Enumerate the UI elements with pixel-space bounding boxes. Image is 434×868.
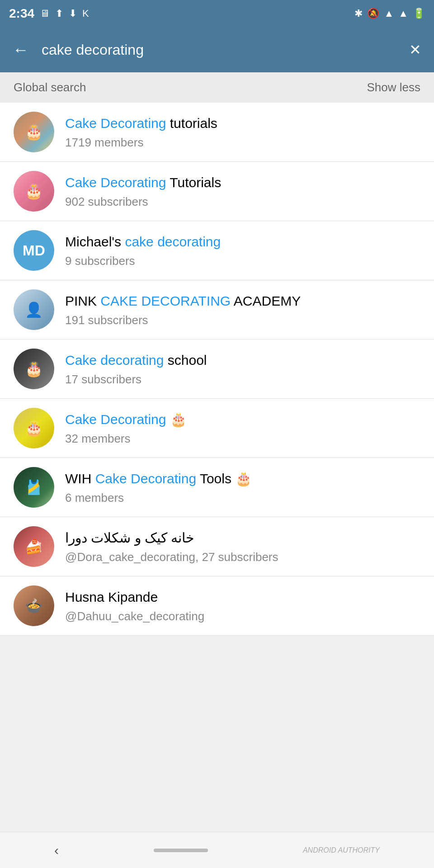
result-title: WIH Cake Decorating Tools 🎂	[65, 470, 420, 487]
result-info: Cake decorating school17 subscribers	[65, 351, 420, 387]
status-left: 2:34 🖥 ⬆ ⬇ K	[9, 6, 89, 21]
result-info: Michael's cake decorating9 subscribers	[65, 233, 420, 268]
highlight-text: Cake Decorating	[95, 471, 196, 486]
highlight-text: Cake decorating	[65, 353, 164, 368]
result-info: Cake Decorating Tutorials902 subscribers	[65, 174, 420, 209]
normal-text: WIH	[65, 471, 95, 486]
highlight-text: cake decorating	[125, 234, 221, 249]
result-info: Husna Kipande@Dahuu_cake_decorating	[65, 588, 420, 623]
status-icon-1: 🖥	[40, 8, 50, 19]
result-subtitle: 6 members	[65, 491, 420, 505]
results-list: 🎂Cake Decorating tutorials1719 members🎂C…	[0, 103, 434, 636]
avatar-image: 🎂	[14, 171, 54, 212]
status-bar: 2:34 🖥 ⬆ ⬇ K ✱ 🔕 ▲ ▲ 🔋	[0, 0, 434, 27]
global-search-header: Global search Show less	[0, 72, 434, 103]
battery-icon: 🔋	[413, 8, 425, 19]
wifi-icon: ▲	[384, 8, 394, 19]
result-title: Cake decorating school	[65, 351, 420, 369]
avatar-image: 🍰	[14, 526, 54, 567]
result-info: Cake Decorating tutorials1719 members	[65, 114, 420, 150]
avatar-image: 🍲	[14, 585, 54, 626]
avatar-image: 🎂	[14, 112, 54, 152]
normal-text: PINK	[65, 293, 100, 308]
result-info: Cake Decorating 🎂32 members	[65, 410, 420, 446]
status-time: 2:34	[9, 6, 34, 21]
result-subtitle: 191 subscribers	[65, 313, 420, 327]
highlight-text: Cake Decorating	[65, 412, 166, 427]
avatar-text: MD	[14, 230, 54, 271]
avatar: 🍰	[14, 526, 54, 567]
avatar: 🎂	[14, 171, 54, 212]
global-search-label: Global search	[14, 80, 86, 94]
clear-button[interactable]: ✕	[406, 38, 425, 62]
status-icon-3: ⬇	[69, 8, 77, 19]
show-less-button[interactable]: Show less	[367, 80, 421, 94]
result-subtitle: @Dahuu_cake_decorating	[65, 609, 420, 623]
result-title: خانه کیک و شکلات دورا	[65, 529, 420, 547]
nav-brand-label: ANDROID AUTHORITY	[303, 846, 380, 854]
result-title: PINK CAKE DECORATING ACADEMY	[65, 292, 420, 310]
normal-text: Tutorials	[166, 175, 221, 190]
result-title: Husna Kipande	[65, 588, 420, 606]
highlight-text: CAKE DECORATING	[100, 293, 231, 308]
list-item[interactable]: 🎂Cake Decorating 🎂32 members	[0, 399, 434, 458]
search-bar: ← ✕	[0, 27, 434, 72]
avatar-image: 🎂	[14, 349, 54, 389]
bluetooth-icon: ✱	[354, 8, 363, 19]
avatar: 🎂	[14, 349, 54, 389]
status-icon-2: ⬆	[55, 8, 63, 19]
normal-text: 🎂	[166, 412, 186, 427]
highlight-text: Cake Decorating	[65, 175, 166, 190]
nav-back-button[interactable]: ‹	[54, 843, 59, 858]
result-subtitle: 32 members	[65, 432, 420, 446]
result-title: Cake Decorating 🎂	[65, 410, 420, 428]
normal-text: Tools 🎂	[196, 471, 252, 486]
highlight-text: Cake Decorating	[65, 116, 166, 131]
result-title: Cake Decorating Tutorials	[65, 174, 420, 191]
avatar: 🍲	[14, 585, 54, 626]
back-button[interactable]: ←	[9, 37, 33, 63]
normal-text: ACADEMY	[231, 293, 301, 308]
list-item[interactable]: 🍰خانه کیک و شکلات دورا@Dora_cake_decorat…	[0, 517, 434, 576]
result-subtitle: 17 subscribers	[65, 373, 420, 387]
nav-home-bar[interactable]	[154, 849, 208, 852]
avatar: 🎂	[14, 408, 54, 448]
list-item[interactable]: 🍲Husna Kipande@Dahuu_cake_decorating	[0, 576, 434, 636]
list-item[interactable]: 👤PINK CAKE DECORATING ACADEMY191 subscri…	[0, 280, 434, 340]
result-subtitle: @Dora_cake_decorating, 27 subscribers	[65, 550, 420, 564]
avatar: 👤	[14, 289, 54, 330]
avatar: MD	[14, 230, 54, 271]
avatar: 🎽	[14, 467, 54, 508]
list-item[interactable]: 🎂Cake Decorating tutorials1719 members	[0, 103, 434, 162]
normal-text: خانه کیک و شکلات دورا	[65, 530, 194, 545]
list-item[interactable]: 🎂Cake decorating school17 subscribers	[0, 340, 434, 399]
status-icon-4: K	[82, 8, 89, 19]
mute-icon: 🔕	[367, 8, 379, 19]
normal-text: tutorials	[166, 116, 217, 131]
status-right: ✱ 🔕 ▲ ▲ 🔋	[354, 8, 425, 19]
result-title: Michael's cake decorating	[65, 233, 420, 250]
result-subtitle: 902 subscribers	[65, 195, 420, 209]
avatar-image: 🎂	[14, 408, 54, 448]
list-item[interactable]: 🎂Cake Decorating Tutorials902 subscriber…	[0, 162, 434, 221]
normal-text: Husna Kipande	[65, 590, 158, 604]
search-input[interactable]	[42, 42, 396, 58]
bottom-nav: ‹ ANDROID AUTHORITY	[0, 832, 434, 868]
result-info: PINK CAKE DECORATING ACADEMY191 subscrib…	[65, 292, 420, 327]
normal-text: Michael's	[65, 234, 125, 249]
normal-text: school	[164, 353, 207, 368]
avatar-image: 🎽	[14, 467, 54, 508]
result-info: WIH Cake Decorating Tools 🎂6 members	[65, 470, 420, 505]
list-item[interactable]: 🎽WIH Cake Decorating Tools 🎂6 members	[0, 458, 434, 517]
avatar-image: 👤	[14, 289, 54, 330]
list-item[interactable]: MDMichael's cake decorating9 subscribers	[0, 221, 434, 280]
signal-icon: ▲	[398, 8, 408, 19]
avatar: 🎂	[14, 112, 54, 152]
result-title: Cake Decorating tutorials	[65, 114, 420, 132]
result-info: خانه کیک و شکلات دورا@Dora_cake_decorati…	[65, 529, 420, 564]
result-subtitle: 9 subscribers	[65, 254, 420, 268]
result-subtitle: 1719 members	[65, 136, 420, 150]
